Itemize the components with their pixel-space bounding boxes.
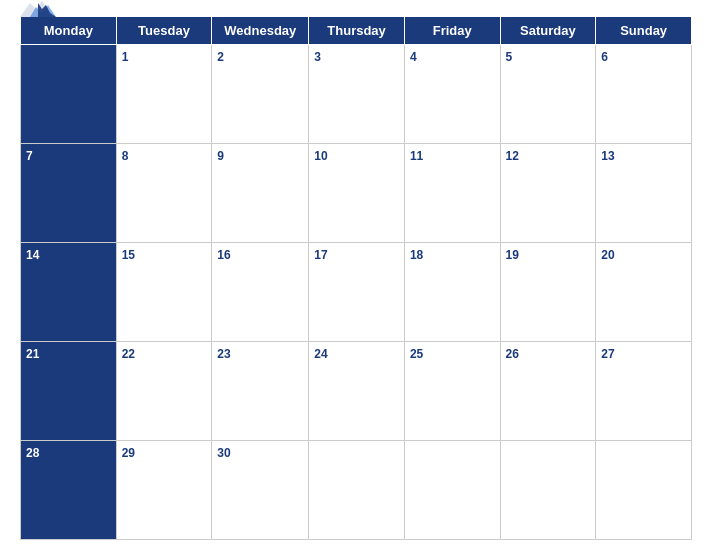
calendar-day-cell: 6 xyxy=(596,45,692,144)
day-number: 2 xyxy=(217,50,224,64)
calendar-day-cell xyxy=(309,441,405,540)
day-number: 4 xyxy=(410,50,417,64)
calendar-day-cell: 20 xyxy=(596,243,692,342)
calendar-week-row: 14151617181920 xyxy=(21,243,692,342)
calendar-day-cell: 10 xyxy=(309,144,405,243)
calendar-week-row: 21222324252627 xyxy=(21,342,692,441)
day-number: 30 xyxy=(217,446,230,460)
day-number: 21 xyxy=(26,347,39,361)
calendar-day-cell: 29 xyxy=(116,441,212,540)
calendar-day-cell: 11 xyxy=(404,144,500,243)
day-number: 1 xyxy=(122,50,129,64)
weekday-header-tuesday: Tuesday xyxy=(116,17,212,45)
day-number: 11 xyxy=(410,149,423,163)
calendar-day-cell: 25 xyxy=(404,342,500,441)
weekday-header-friday: Friday xyxy=(404,17,500,45)
generalblue-logo xyxy=(20,0,56,21)
day-number: 19 xyxy=(506,248,519,262)
day-number: 5 xyxy=(506,50,513,64)
day-number: 16 xyxy=(217,248,230,262)
day-number: 9 xyxy=(217,149,224,163)
calendar-day-cell: 13 xyxy=(596,144,692,243)
calendar-day-cell: 12 xyxy=(500,144,596,243)
weekday-header-wednesday: Wednesday xyxy=(212,17,309,45)
calendar-day-cell: 21 xyxy=(21,342,117,441)
calendar-day-cell xyxy=(500,441,596,540)
day-number: 10 xyxy=(314,149,327,163)
weekday-header-row: MondayTuesdayWednesdayThursdayFridaySatu… xyxy=(21,17,692,45)
day-number: 27 xyxy=(601,347,614,361)
day-number: 3 xyxy=(314,50,321,64)
calendar-day-cell: 17 xyxy=(309,243,405,342)
day-number: 15 xyxy=(122,248,135,262)
day-number: 24 xyxy=(314,347,327,361)
day-number: 22 xyxy=(122,347,135,361)
calendar-week-row: 282930 xyxy=(21,441,692,540)
day-number: 6 xyxy=(601,50,608,64)
weekday-header-saturday: Saturday xyxy=(500,17,596,45)
calendar-day-cell: 24 xyxy=(309,342,405,441)
calendar-day-cell: 28 xyxy=(21,441,117,540)
calendar-day-cell: 15 xyxy=(116,243,212,342)
day-number: 23 xyxy=(217,347,230,361)
calendar-day-cell: 5 xyxy=(500,45,596,144)
calendar-day-cell: 3 xyxy=(309,45,405,144)
calendar-day-cell xyxy=(596,441,692,540)
day-number: 25 xyxy=(410,347,423,361)
weekday-header-thursday: Thursday xyxy=(309,17,405,45)
calendar-table: MondayTuesdayWednesdayThursdayFridaySatu… xyxy=(20,16,692,540)
day-number: 12 xyxy=(506,149,519,163)
calendar-day-cell: 23 xyxy=(212,342,309,441)
calendar-day-cell: 16 xyxy=(212,243,309,342)
calendar-day-cell: 4 xyxy=(404,45,500,144)
day-number: 14 xyxy=(26,248,39,262)
day-number: 8 xyxy=(122,149,129,163)
calendar-day-cell: 27 xyxy=(596,342,692,441)
day-number: 26 xyxy=(506,347,519,361)
day-number: 28 xyxy=(26,446,39,460)
calendar-day-cell: 30 xyxy=(212,441,309,540)
day-number: 20 xyxy=(601,248,614,262)
calendar-day-cell: 14 xyxy=(21,243,117,342)
calendar-week-row: 78910111213 xyxy=(21,144,692,243)
weekday-header-sunday: Sunday xyxy=(596,17,692,45)
calendar-day-cell xyxy=(21,45,117,144)
calendar-day-cell: 9 xyxy=(212,144,309,243)
day-number: 13 xyxy=(601,149,614,163)
calendar-day-cell: 19 xyxy=(500,243,596,342)
calendar-day-cell: 22 xyxy=(116,342,212,441)
day-number: 17 xyxy=(314,248,327,262)
day-number: 7 xyxy=(26,149,33,163)
calendar-week-row: 123456 xyxy=(21,45,692,144)
calendar-day-cell: 26 xyxy=(500,342,596,441)
calendar-day-cell: 7 xyxy=(21,144,117,243)
calendar-day-cell: 2 xyxy=(212,45,309,144)
calendar-day-cell: 8 xyxy=(116,144,212,243)
calendar-day-cell xyxy=(404,441,500,540)
day-number: 29 xyxy=(122,446,135,460)
calendar-day-cell: 18 xyxy=(404,243,500,342)
day-number: 18 xyxy=(410,248,423,262)
calendar-day-cell: 1 xyxy=(116,45,212,144)
